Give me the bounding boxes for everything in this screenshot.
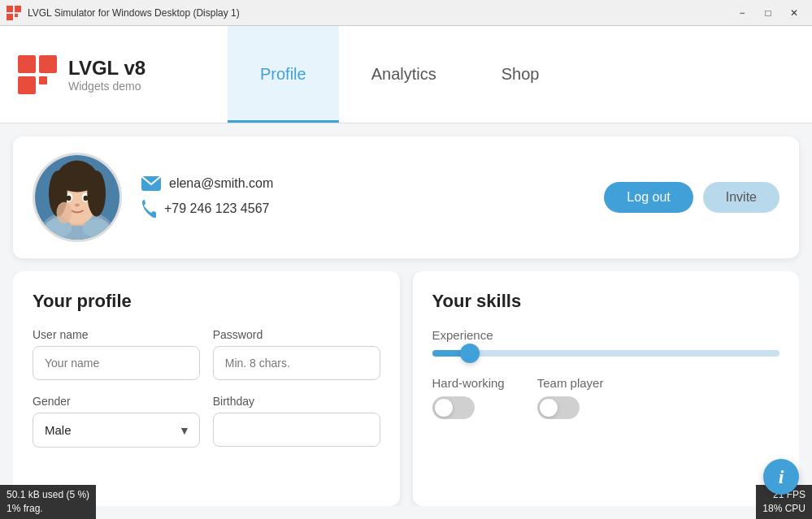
- logo-text: LVGL v8 Widgets demo: [68, 57, 145, 93]
- close-button[interactable]: ✕: [783, 5, 805, 21]
- info-icon: i: [779, 466, 784, 488]
- username-label: User name: [33, 328, 200, 341]
- avatar-image: [35, 153, 119, 242]
- teamplayer-label: Team player: [537, 376, 604, 390]
- app-icon: [7, 6, 21, 20]
- gender-label: Gender: [33, 395, 200, 408]
- phone-text: +79 246 123 4567: [164, 201, 269, 216]
- profile-info: elena@smith.com +79 246 123 4567: [141, 176, 584, 218]
- tab-shop[interactable]: Shop: [469, 26, 572, 123]
- svg-rect-2: [7, 14, 13, 20]
- app-header: LVGL v8 Widgets demo Profile Analytics S…: [0, 26, 812, 123]
- password-label: Password: [213, 328, 380, 341]
- toggles-row: Hard-working Team player: [432, 376, 780, 419]
- email-row: elena@smith.com: [141, 176, 584, 191]
- tab-analytics[interactable]: Analytics: [339, 26, 469, 123]
- fab-button[interactable]: i: [763, 459, 799, 495]
- titlebar: LVGL Simulator for Windows Desktop (Disp…: [0, 0, 812, 26]
- logout-button[interactable]: Log out: [604, 182, 693, 213]
- tab-bar: Profile Analytics Shop: [228, 26, 796, 123]
- gender-select-wrapper: Male Female Other ▼: [33, 413, 200, 448]
- password-input[interactable]: [213, 346, 380, 380]
- svg-point-21: [75, 204, 80, 207]
- teamplayer-group: Team player: [537, 376, 604, 419]
- hardworking-label: Hard-working: [432, 376, 505, 390]
- minimize-button[interactable]: −: [731, 5, 753, 21]
- logo-area: LVGL v8 Widgets demo: [16, 54, 228, 96]
- invite-button[interactable]: Invite: [703, 182, 779, 213]
- main-window: LVGL v8 Widgets demo Profile Analytics S…: [0, 26, 812, 519]
- email-text: elena@smith.com: [169, 176, 273, 191]
- cpu-text: 18% CPU: [762, 502, 805, 516]
- svg-rect-3: [15, 14, 18, 17]
- window-controls: − □ ✕: [731, 5, 805, 21]
- skills-panel-title: Your skills: [432, 291, 780, 312]
- password-group: Password: [213, 328, 380, 380]
- svg-rect-0: [7, 6, 13, 12]
- teamplayer-toggle[interactable]: [537, 396, 580, 419]
- svg-rect-4: [18, 55, 36, 73]
- logo-title: LVGL v8: [68, 57, 145, 80]
- avatar: [33, 153, 122, 242]
- maximize-button[interactable]: □: [757, 5, 779, 21]
- window-title: LVGL Simulator for Windows Desktop (Disp…: [28, 7, 731, 19]
- profile-panel-title: Your profile: [33, 291, 380, 312]
- experience-slider-thumb[interactable]: [460, 344, 480, 363]
- hardworking-group: Hard-working: [432, 376, 505, 419]
- skills-panel: Your skills Experience Hard-working: [413, 271, 800, 506]
- username-input[interactable]: [33, 346, 200, 380]
- memory-text: 50.1 kB used (5 %): [7, 488, 89, 502]
- svg-rect-7: [39, 76, 47, 84]
- experience-slider-track[interactable]: [432, 350, 780, 357]
- memory-statusbar: 50.1 kB used (5 %) 1% frag.: [0, 485, 96, 519]
- svg-point-13: [83, 218, 111, 237]
- experience-section: Experience: [432, 328, 780, 357]
- birthday-group: Birthday: [213, 395, 380, 448]
- teamplayer-toggle-knob: [540, 399, 558, 417]
- gender-select[interactable]: Male Female Other: [33, 413, 200, 448]
- svg-rect-1: [15, 6, 21, 12]
- birthday-label: Birthday: [213, 395, 380, 408]
- phone-row: +79 246 123 4567: [141, 199, 584, 218]
- experience-label: Experience: [432, 328, 780, 342]
- svg-rect-5: [39, 55, 57, 73]
- profile-card: elena@smith.com +79 246 123 4567 Log out…: [13, 136, 799, 258]
- svg-point-24: [56, 164, 99, 192]
- name-password-row: User name Password: [33, 328, 380, 380]
- logo-subtitle: Widgets demo: [68, 80, 145, 93]
- tab-profile[interactable]: Profile: [228, 26, 339, 123]
- birthday-input[interactable]: [213, 413, 380, 447]
- hardworking-toggle[interactable]: [432, 396, 475, 419]
- svg-rect-6: [18, 76, 36, 94]
- gender-birthday-row: Gender Male Female Other ▼ Birthday: [33, 395, 380, 448]
- profile-panel: Your profile User name Password Gender: [13, 271, 400, 506]
- username-group: User name: [33, 328, 200, 380]
- panels-row: Your profile User name Password Gender: [13, 271, 799, 506]
- frag-text: 1% frag.: [7, 502, 89, 516]
- phone-icon: [141, 199, 156, 218]
- lvgl-logo-icon: [16, 54, 59, 96]
- hardworking-toggle-knob: [435, 399, 453, 417]
- email-icon: [141, 176, 161, 191]
- svg-point-25: [56, 202, 72, 223]
- profile-actions: Log out Invite: [604, 182, 779, 213]
- gender-group: Gender Male Female Other ▼: [33, 395, 200, 448]
- content-area: elena@smith.com +79 246 123 4567 Log out…: [0, 123, 812, 519]
